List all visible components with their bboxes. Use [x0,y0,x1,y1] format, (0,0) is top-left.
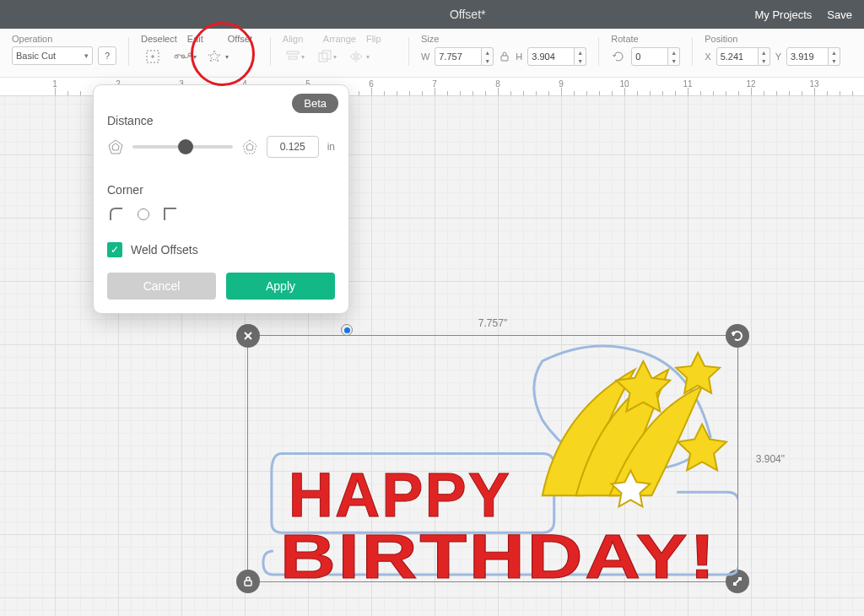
width-spinner[interactable]: ▲▼ [482,47,494,66]
size-label: Size [421,34,586,44]
flip-icon [348,49,366,64]
flip-label: Flip [366,34,397,44]
h-label: H [516,51,522,62]
corner-round-radio[interactable] [341,324,353,336]
svg-rect-11 [501,56,508,61]
cancel-button[interactable]: Cancel [107,273,216,300]
corner-square-radio[interactable] [138,208,149,220]
beta-badge: Beta [292,94,338,113]
align-icon [284,49,301,64]
edit-button[interactable]: ▾ [173,46,197,67]
offset-icon [206,48,224,65]
operation-label: Operation [12,34,116,44]
arrange-icon [316,49,333,64]
corner-label: Corner [107,183,335,197]
arrange-label: Arrange [323,34,356,44]
my-projects-link[interactable]: My Projects [754,8,812,21]
svg-marker-17 [243,140,256,154]
x-label: X [705,51,710,62]
arrange-button[interactable]: ▾ [315,46,338,67]
svg-rect-9 [319,53,327,62]
apply-button[interactable]: Apply [226,273,335,300]
artwork: HAPPY BIRTHDAY! [248,336,737,582]
corner-round-icon [107,205,126,224]
separator [408,37,409,66]
distance-unit: in [327,141,335,153]
distance-label: Distance [107,114,335,127]
w-label: W [421,51,429,62]
y-label: Y [775,51,781,62]
svg-marker-16 [112,143,119,150]
selection-height-label: 3.904" [756,453,785,465]
position-label: Position [705,34,840,44]
svg-rect-10 [322,51,331,59]
lock-aspect-icon[interactable] [499,51,510,62]
x-spinner[interactable]: ▲▼ [759,47,770,66]
slider-thumb[interactable] [178,139,193,154]
offset-inset-icon [107,138,124,155]
svg-marker-6 [208,51,220,62]
deselect-label: Deselect [141,34,177,44]
app-title: Offset* [181,8,754,21]
art-line2: BIRTHDAY! [280,521,717,582]
separator [692,37,693,66]
selection-box[interactable]: 7.757" 3.904" [247,335,738,582]
save-link[interactable]: Save [827,8,852,21]
operation-select[interactable]: Basic Cut [12,46,93,65]
separator [598,37,599,66]
svg-rect-8 [289,57,297,59]
selection-width-label: 7.757" [478,317,507,329]
edit-label: Edit [187,34,218,44]
y-spinner[interactable]: ▲▼ [829,47,840,66]
rotate-label: Rotate [611,34,680,44]
weld-offsets-checkbox[interactable]: ✓ [107,242,122,257]
offset-popup: Beta Distance in Corner ✓ Weld Offsets C… [93,84,349,314]
art-line1: HAPPY [289,460,511,530]
svg-point-4 [188,53,192,57]
rotate-input[interactable] [631,47,668,66]
distance-input[interactable] [267,136,319,158]
titlebar: Offset* My Projects Save [0,0,864,29]
operation-help-button[interactable]: ? [98,46,116,65]
svg-rect-7 [287,51,299,54]
flip-button[interactable]: ▾ [347,46,370,67]
rotate-spinner[interactable]: ▲▼ [668,47,680,66]
offset-button[interactable]: ▾ [205,46,229,67]
offset-outset-icon [241,138,258,155]
y-input[interactable] [786,47,829,66]
rotate-icon [611,49,626,64]
align-label: Align [283,34,313,44]
weld-label: Weld Offsets [131,243,198,257]
align-button[interactable]: ▾ [283,46,306,67]
toolbar: Operation Basic Cut ? Deselect Edit Offs… [0,29,864,78]
height-spinner[interactable]: ▲▼ [575,47,586,66]
offset-label: Offset [228,34,258,44]
separator [128,37,129,66]
corner-square-icon [161,205,180,224]
edit-nodes-icon [174,48,192,65]
x-input[interactable] [716,47,759,66]
separator [270,37,271,66]
height-input[interactable] [527,47,575,66]
svg-marker-18 [246,143,253,150]
deselect-button[interactable] [141,46,165,67]
deselect-icon [144,48,161,65]
svg-marker-15 [109,140,122,154]
distance-slider[interactable] [132,145,233,149]
width-input[interactable] [435,47,482,66]
